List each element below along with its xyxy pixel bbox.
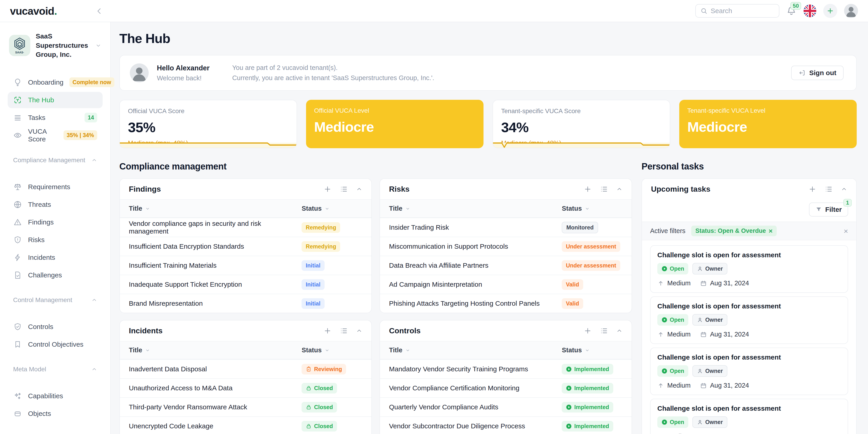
table-row[interactable]: Unencrypted Code LeakageClosed [120, 416, 371, 434]
add-icon[interactable] [584, 327, 592, 335]
chip-remove-icon[interactable]: × [769, 228, 773, 234]
column-header-title[interactable]: Title [389, 205, 562, 212]
list-view-icon[interactable] [600, 327, 608, 335]
status-badge: Implemented [562, 421, 613, 432]
task-card[interactable]: Challenge slot is open for assessment Op… [650, 245, 848, 293]
task-card[interactable]: Challenge slot is open for assessment Op… [650, 399, 848, 434]
sidebar-item-control-objectives[interactable]: Control Objectives [8, 336, 103, 352]
table-row[interactable]: Miscommunication in Support ProtocolsUnd… [380, 237, 631, 256]
table-row[interactable]: Data Breach via Affiliate PartnersUnder … [380, 256, 631, 275]
sidebar-item-tasks[interactable]: Tasks 14 [8, 110, 103, 126]
status-badge: Reviewing [302, 364, 346, 375]
priority-arrow-up-icon [657, 382, 664, 389]
search-input[interactable] [711, 7, 774, 15]
sign-out-button[interactable]: Sign out [791, 66, 844, 80]
person-icon [697, 419, 703, 425]
table-row[interactable]: Quarterly Vendor Compliance AuditsImplem… [380, 397, 631, 416]
table-row[interactable]: Unauthorized Access to M&A DataClosed [120, 378, 371, 397]
sidebar-item-objects[interactable]: Objects [8, 405, 103, 422]
notifications-button[interactable]: 50 [786, 6, 797, 16]
collapse-icon[interactable] [841, 186, 847, 192]
section-compliance-management[interactable]: Compliance Management [13, 156, 97, 164]
table-row[interactable]: Ad Campaign MisinterpretationValid [380, 275, 631, 294]
table-row[interactable]: Vendor Compliance Certification Monitori… [380, 378, 631, 397]
sidebar-item-findings[interactable]: Findings [8, 214, 103, 230]
sidebar-item-the-hub[interactable]: The Hub [8, 92, 103, 108]
status-badge: Under assessment [562, 260, 620, 271]
personal-tasks-heading: Personal tasks [642, 161, 857, 172]
add-icon[interactable] [323, 327, 332, 335]
collapse-icon[interactable] [356, 186, 362, 192]
sidebar-item-label: The Hub [28, 96, 54, 104]
table-row[interactable]: Inadequate Support Ticket EncryptionInit… [120, 275, 371, 294]
column-header-title[interactable]: Title [129, 205, 302, 212]
status-badge: Implemented [562, 402, 613, 412]
table-row[interactable]: Vendor Subcontractor Due Diligence Proce… [380, 416, 631, 434]
app-logo[interactable]: vucavoid. [10, 5, 57, 17]
tenant-vuca-score-card: Tenant-specific VUCA Score 34% Mediocre … [493, 100, 670, 148]
table-row[interactable]: Phishing Attacks Targeting Hosting Contr… [380, 294, 631, 313]
table-row[interactable]: Mandatory Vendor Security Training Progr… [380, 359, 631, 378]
language-flag-uk-icon[interactable] [803, 4, 816, 18]
column-header-title[interactable]: Title [389, 346, 562, 354]
eye-icon [13, 131, 22, 140]
list-view-icon[interactable] [340, 185, 348, 193]
sort-chevron-icon [145, 206, 150, 211]
sidebar-item-risks[interactable]: Risks [8, 232, 103, 248]
list-view-icon[interactable] [340, 327, 348, 335]
table-row[interactable]: Inadvertent Data DisposalReviewing [120, 359, 371, 378]
table-row[interactable]: Insufficient Training MaterialsInitial [120, 256, 371, 275]
add-icon[interactable] [323, 185, 332, 193]
column-header-status[interactable]: Status [302, 205, 362, 212]
sidebar-item-capabilities[interactable]: Capabilities [8, 388, 103, 404]
section-control-management[interactable]: Control Management [13, 296, 97, 303]
plus-icon [827, 7, 834, 15]
sign-out-icon [798, 69, 806, 77]
globe-icon [13, 200, 22, 209]
tenant-selector[interactable]: SAAS· SaaS Superstructures Group, Inc. [8, 32, 103, 59]
priority-arrow-up-icon [657, 280, 664, 287]
tenant-logo: SAAS· [9, 35, 30, 56]
person-icon [697, 368, 703, 374]
clear-filters-icon[interactable]: × [844, 227, 848, 235]
column-header-status[interactable]: Status [562, 205, 622, 212]
task-status-badge: Open [657, 263, 688, 274]
task-card[interactable]: Challenge slot is open for assessment Op… [650, 348, 848, 395]
table-row[interactable]: Brand MisrepresentationInitial [120, 294, 371, 313]
sidebar-collapse-button[interactable] [94, 6, 104, 16]
task-card[interactable]: Challenge slot is open for assessment Op… [650, 296, 848, 344]
column-header-title[interactable]: Title [129, 346, 302, 354]
collapse-icon[interactable] [616, 186, 622, 192]
sidebar-item-incidents[interactable]: Incidents [8, 249, 103, 266]
table-row[interactable]: Third-party Vendor Ransomware AttackClos… [120, 397, 371, 416]
status-badge: Implemented [562, 383, 613, 394]
add-icon[interactable] [808, 185, 816, 193]
active-filter-chip[interactable]: Status: Open & Overdue × [691, 226, 777, 236]
sidebar-item-onboarding[interactable]: Onboarding Complete now [8, 74, 103, 90]
column-header-status[interactable]: Status [562, 346, 622, 354]
user-avatar[interactable] [844, 4, 858, 18]
filter-bar: Filter 1 [642, 199, 856, 222]
table-row[interactable]: Insufficient Data Encryption StandardsRe… [120, 237, 371, 256]
box-icon [13, 409, 22, 418]
sidebar-item-threats[interactable]: Threats [8, 196, 103, 213]
table-row[interactable]: Insider Trading RiskMonitored [380, 218, 631, 237]
add-icon[interactable] [584, 185, 592, 193]
section-meta-model[interactable]: Meta Model [13, 366, 97, 373]
sidebar-item-requirements[interactable]: Requirements [8, 179, 103, 195]
list-view-icon[interactable] [600, 185, 608, 193]
collapse-icon[interactable] [616, 328, 622, 334]
list-view-icon[interactable] [825, 185, 833, 193]
lock-icon [306, 423, 312, 429]
sidebar-item-challenges[interactable]: Challenges [8, 267, 103, 283]
sidebar-item-vuca-score[interactable]: VUCA Score 35% | 34% [8, 127, 103, 143]
create-new-button[interactable] [823, 4, 837, 18]
column-header-status[interactable]: Status [302, 346, 362, 354]
collapse-icon[interactable] [356, 328, 362, 334]
chevron-left-icon [94, 6, 104, 16]
filter-button[interactable]: Filter 1 [809, 203, 848, 216]
sidebar-item-controls[interactable]: Controls [8, 319, 103, 335]
table-row[interactable]: Vendor compliance gaps in security and r… [120, 218, 371, 237]
greeting-name: Hello Alexander [157, 64, 210, 72]
sort-chevron-icon [585, 348, 590, 353]
